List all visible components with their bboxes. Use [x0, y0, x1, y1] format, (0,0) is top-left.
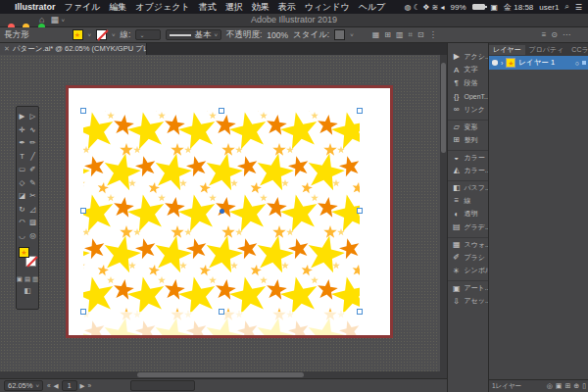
selection-tool[interactable]: ▶ [20, 113, 25, 121]
preferences-icon[interactable]: ⊙ [551, 30, 558, 39]
free-transform-tool[interactable]: ▨ [29, 219, 36, 226]
shaper-tool[interactable]: ◇ [20, 179, 25, 187]
fill-color-swatch[interactable]: ★ [73, 29, 83, 40]
rotate-tool[interactable]: ↻ [19, 206, 24, 214]
panel-actions[interactable]: ▶ アクシ... [448, 50, 488, 64]
panel-stroke[interactable]: ≡ 線 [448, 194, 488, 208]
toolbar-fill-swatch[interactable]: ★ [19, 247, 29, 258]
app-menu[interactable]: Illustrator [15, 2, 56, 12]
menu-item[interactable]: オブジェクト [135, 1, 189, 14]
menu-item[interactable]: 表示 [278, 1, 296, 14]
close-tab-icon[interactable]: ✕ [4, 45, 10, 53]
tab-cc-libraries[interactable]: CCライブラリ [567, 45, 588, 55]
panel-brushes[interactable]: ✐ ブラシ [448, 251, 488, 265]
selection-handle-nw[interactable] [80, 108, 86, 114]
selection-handle-ne[interactable] [357, 108, 363, 114]
new-sublayer-icon[interactable]: ⊞ [564, 382, 570, 390]
pencil-tool[interactable]: ✎ [29, 179, 35, 187]
panel-color-guide[interactable]: ◭ カラー... [448, 164, 488, 177]
style-swatch[interactable] [334, 29, 345, 40]
menu-item[interactable]: ヘルプ [359, 1, 386, 14]
draw-mode-icon[interactable]: ▥ [32, 275, 38, 283]
hand-tool[interactable]: ◡ [19, 232, 25, 240]
menu-item[interactable]: 編集 [109, 1, 126, 14]
transform-icon[interactable]: ⌗ [409, 30, 414, 40]
prev-artboard-icon[interactable]: ◀ [54, 382, 59, 390]
layer-name[interactable]: レイヤー 1 [518, 58, 555, 68]
width-tool[interactable]: ◠ [19, 219, 25, 226]
expand-layer-icon[interactable]: › [501, 60, 503, 67]
menu-item[interactable]: 書式 [199, 1, 217, 14]
rectangle-tool[interactable]: ▭ [19, 166, 25, 173]
status-display-field[interactable] [130, 380, 195, 391]
panel-transparency[interactable]: ◐ 透明 [448, 208, 488, 221]
artboard-number-field[interactable]: 1 [62, 380, 77, 391]
screen-mode-icon[interactable]: ◧ [24, 286, 30, 295]
tab-properties[interactable]: プロパティ [525, 45, 568, 55]
selection-handle-s[interactable] [219, 309, 224, 315]
layer-selection-indicator[interactable] [582, 61, 586, 65]
display-icon[interactable]: ▣ [491, 3, 499, 12]
first-artboard-icon[interactable]: « [47, 382, 51, 389]
zoom-level-dropdown[interactable]: 62.05% ˅ [4, 380, 43, 391]
magic-wand-tool[interactable]: ✛ [19, 126, 24, 134]
menu-item[interactable]: ファイル [65, 1, 101, 14]
visibility-eye-icon[interactable] [492, 60, 498, 66]
panel-menu-icon[interactable]: ⋯ [563, 30, 570, 39]
layer-row[interactable]: › ★ レイヤー 1 ○ [489, 56, 588, 70]
menu-item[interactable]: 選択 [225, 1, 243, 14]
canvas-area[interactable] [0, 55, 439, 378]
selection-handle-se[interactable] [357, 309, 363, 315]
tab-layers[interactable]: レイヤー [489, 45, 525, 55]
scale-tool[interactable]: ◿ [30, 206, 36, 214]
panel-opentype[interactable]: {} OpenT... [448, 90, 488, 104]
document-setup-icon[interactable]: ≡ [542, 30, 547, 39]
panel-paragraph[interactable]: ¶ 段落 [448, 76, 488, 90]
zoom-tool[interactable]: ◎ [29, 232, 36, 240]
fill-dropdown-icon[interactable]: ˅ [88, 32, 92, 38]
eraser-tool[interactable]: ◪ [19, 192, 25, 200]
last-artboard-icon[interactable]: » [88, 382, 92, 389]
clipping-mask-icon[interactable]: ▣ [556, 382, 563, 390]
scissors-tool[interactable]: ✂ [29, 192, 35, 200]
lasso-tool[interactable]: ∿ [29, 126, 35, 134]
pen-tool[interactable]: ✒ [19, 139, 24, 147]
align-icon[interactable]: ⊞ [384, 30, 391, 40]
recolor-artwork-icon[interactable]: ▦ [372, 30, 380, 40]
selection-handle-sw[interactable] [80, 309, 86, 315]
layer-target-icon[interactable]: ○ [575, 60, 579, 67]
delete-layer-icon[interactable]: ▯ [582, 382, 586, 390]
status-icons[interactable]: ◍ ☾ ❖ ≋ ◂ [405, 3, 445, 12]
menu-item[interactable]: ウィンドウ [305, 1, 350, 14]
star-pattern-artwork[interactable] [83, 111, 360, 335]
panel-links[interactable]: ∞ リンク [448, 103, 488, 117]
line-segment-tool[interactable]: ╱ [30, 153, 35, 161]
layer-thumbnail[interactable]: ★ [506, 58, 515, 68]
opacity-value[interactable]: 100% [267, 30, 288, 40]
menubar-user[interactable]: user1 [539, 3, 559, 12]
document-tab[interactable]: ✕ パターン.ai* @ 62.05% (CMYK/GPU プレビュー) [0, 43, 147, 55]
selection-handle-e[interactable] [357, 208, 363, 214]
panel-swatches[interactable]: ▦ スウォ... [448, 237, 488, 252]
curvature-tool[interactable]: ✏ [29, 139, 35, 147]
panel-artboards[interactable]: ▣ アート... [448, 280, 488, 295]
panel-character[interactable]: A 文字 [448, 64, 488, 77]
next-artboard-icon[interactable]: ▶ [80, 382, 85, 390]
type-tool[interactable]: T [20, 153, 24, 161]
distribute-icon[interactable]: ▥ [396, 30, 404, 40]
draw-mode-icon[interactable]: ▣ [17, 275, 23, 283]
spotlight-icon[interactable]: ⌕ [564, 2, 568, 12]
draw-mode-icon[interactable]: ▤ [24, 275, 30, 283]
selection-handle-w[interactable] [80, 208, 86, 214]
direct-selection-tool[interactable]: ▷ [30, 113, 36, 121]
selection-handle-n[interactable] [219, 108, 224, 114]
more-options-icon[interactable]: ⋮ [429, 30, 437, 40]
shape-icon[interactable]: ⊡ [417, 30, 424, 40]
brush-definition-dropdown[interactable]: 基本 ˅ [166, 29, 221, 40]
panel-symbols[interactable]: ✳ シンボル [448, 265, 488, 278]
panel-pathfinder[interactable]: ◧ パスフ... [448, 180, 488, 195]
selection-center-point[interactable] [220, 209, 224, 214]
stroke-weight-field[interactable]: ⌄ [135, 29, 161, 40]
style-dropdown-icon[interactable]: ˅ [350, 32, 354, 38]
paintbrush-tool[interactable]: ✐ [29, 166, 35, 173]
